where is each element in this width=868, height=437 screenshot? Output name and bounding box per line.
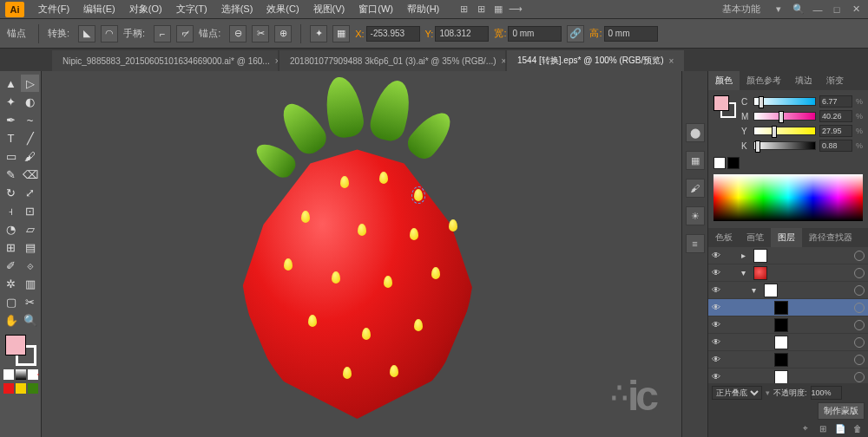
twisty-icon[interactable]: ▾ xyxy=(741,268,750,277)
slice-tool[interactable]: ✂ xyxy=(21,293,39,310)
target-icon[interactable] xyxy=(854,303,865,313)
anchor-connect-icon[interactable]: ⊕ xyxy=(274,25,292,42)
layer-row[interactable]: 👁▸ xyxy=(708,247,868,264)
visibility-icon[interactable]: 👁 xyxy=(712,251,722,260)
fill-stroke-swatch[interactable] xyxy=(5,335,36,366)
width-tool[interactable]: ⫞ xyxy=(2,202,20,219)
slider-value-input[interactable] xyxy=(819,125,852,137)
symbol-sprayer-tool[interactable]: ✲ xyxy=(2,275,20,292)
direct-selection-tool[interactable]: ▷ xyxy=(21,75,39,92)
artboard-tool[interactable]: ▢ xyxy=(2,293,20,310)
handles-show-icon[interactable]: ⌐ xyxy=(154,25,171,42)
anchor-remove-icon[interactable]: ⊖ xyxy=(229,25,247,42)
zoom-tool[interactable]: 🔍 xyxy=(21,311,39,329)
tab-close-icon[interactable]: × xyxy=(275,56,278,66)
scale-tool[interactable]: ⤢ xyxy=(21,184,39,201)
menu-extra-icon[interactable]: ⊞ xyxy=(474,3,488,16)
magic-wand-tool[interactable]: ✦ xyxy=(2,93,20,110)
mesh-tool[interactable]: ⊞ xyxy=(2,238,20,256)
slider-value-input[interactable] xyxy=(819,110,852,122)
menu-效果[interactable]: 效果(C) xyxy=(260,1,306,16)
perspective-tool[interactable]: ▱ xyxy=(21,220,39,238)
canvas[interactable]: ic xyxy=(42,71,681,437)
dock-color-icon[interactable]: ⬤ xyxy=(686,123,705,142)
panel-tab[interactable]: 色板 xyxy=(708,228,740,247)
menu-窗口[interactable]: 窗口(W) xyxy=(352,1,400,16)
x-input[interactable] xyxy=(366,26,420,42)
search-icon[interactable]: 🔍 xyxy=(792,3,806,16)
menu-文字[interactable]: 文字(T) xyxy=(169,1,214,16)
dock-symbols-icon[interactable]: ☀ xyxy=(686,206,705,225)
dock-stroke-icon[interactable]: ≡ xyxy=(686,234,705,253)
panel-fill-swatch[interactable] xyxy=(713,95,729,111)
layer-row[interactable]: 👁 xyxy=(708,334,868,351)
eyedropper-tool[interactable]: ✐ xyxy=(2,257,20,274)
panel-tab[interactable]: 颜色参考 xyxy=(740,71,788,90)
slider-track[interactable] xyxy=(753,97,816,106)
visibility-icon[interactable]: 👁 xyxy=(712,320,722,329)
white-swatch[interactable] xyxy=(713,157,726,169)
menu-extra-icon[interactable]: ⟶ xyxy=(509,3,523,16)
menu-视图[interactable]: 视图(V) xyxy=(306,1,352,16)
target-icon[interactable] xyxy=(854,337,865,348)
free-transform-tool[interactable]: ⊡ xyxy=(21,202,39,219)
blend-mode-select[interactable]: 正片叠底 xyxy=(712,386,762,400)
slider-track[interactable] xyxy=(753,127,816,135)
slider-value-input[interactable] xyxy=(819,140,852,152)
ref-point-icon[interactable]: ▦ xyxy=(332,25,350,42)
slider-track[interactable] xyxy=(753,141,816,150)
link-wh-icon[interactable]: 🔗 xyxy=(567,25,584,42)
h-input[interactable] xyxy=(604,26,658,42)
blend-tool[interactable]: ⟐ xyxy=(21,257,39,274)
visibility-icon[interactable]: 👁 xyxy=(712,355,722,364)
strawberry-body[interactable] xyxy=(240,141,475,419)
visibility-icon[interactable]: 👁 xyxy=(712,285,722,295)
shape-builder-tool[interactable]: ◔ xyxy=(2,220,20,238)
none-mode-icon[interactable] xyxy=(28,369,38,380)
document-tab[interactable]: 1544 [转换].eps* @ 100% (RGB/预览)× xyxy=(507,50,684,71)
fill-swatch[interactable] xyxy=(5,335,26,355)
twisty-icon[interactable]: ▾ xyxy=(752,285,760,295)
tab-close-icon[interactable]: × xyxy=(669,56,674,66)
slider-value-input[interactable] xyxy=(819,95,852,108)
layer-row[interactable]: 👁 xyxy=(708,351,868,369)
graph-tool[interactable]: ▥ xyxy=(21,275,39,292)
visibility-icon[interactable]: 👁 xyxy=(712,337,722,347)
target-icon[interactable] xyxy=(854,268,865,278)
color-spectrum[interactable] xyxy=(713,174,863,221)
opacity-input[interactable] xyxy=(811,386,842,400)
menu-对象[interactable]: 对象(O) xyxy=(122,1,169,16)
tab-close-icon[interactable]: × xyxy=(502,56,505,66)
lasso-tool[interactable]: ◐ xyxy=(21,93,39,110)
target-icon[interactable] xyxy=(854,320,865,330)
layer-row[interactable]: 👁▾ xyxy=(708,264,868,282)
anchor-cut-icon[interactable]: ✂ xyxy=(252,25,269,42)
handles-hide-icon[interactable]: ⌐̷ xyxy=(176,25,194,42)
panel-tab[interactable]: 图层 xyxy=(771,228,802,247)
menu-选择[interactable]: 选择(S) xyxy=(214,1,260,16)
pen-tool[interactable]: ✒ xyxy=(2,111,20,128)
panel-tab[interactable]: 渐变 xyxy=(819,71,851,90)
layer-row[interactable]: 👁▾ xyxy=(708,282,868,299)
hand-tool[interactable]: ✋ xyxy=(2,311,20,329)
close-icon[interactable]: ✕ xyxy=(849,3,863,16)
layer-row[interactable]: 👁 xyxy=(708,369,868,383)
menu-编辑[interactable]: 编辑(E) xyxy=(76,1,122,16)
visibility-icon[interactable]: 👁 xyxy=(712,372,722,382)
document-tab[interactable]: 201801077909488 3k6p6_01 (3).ai* @ 35% (… xyxy=(279,50,505,71)
paintbrush-tool[interactable]: 🖌 xyxy=(21,147,39,165)
convert-smooth-icon[interactable]: ◠ xyxy=(101,25,118,42)
target-icon[interactable] xyxy=(854,285,865,296)
twisty-icon[interactable]: ▸ xyxy=(741,251,750,260)
target-icon[interactable] xyxy=(854,251,865,261)
panel-tab[interactable]: 路径查找器 xyxy=(802,228,859,247)
new-layer-icon[interactable]: 📄 xyxy=(833,421,847,435)
menu-文件[interactable]: 文件(F) xyxy=(31,1,76,16)
curvature-tool[interactable]: ~ xyxy=(21,111,39,128)
locate-object-icon[interactable]: ⌖ xyxy=(799,421,812,435)
panel-tab[interactable]: 画笔 xyxy=(740,228,771,247)
dock-brushes-icon[interactable]: 🖌 xyxy=(686,179,705,198)
gradient-tool[interactable]: ▤ xyxy=(21,238,39,256)
delete-layer-icon[interactable]: 🗑 xyxy=(851,421,865,435)
layer-row[interactable]: 👁 xyxy=(708,299,868,316)
